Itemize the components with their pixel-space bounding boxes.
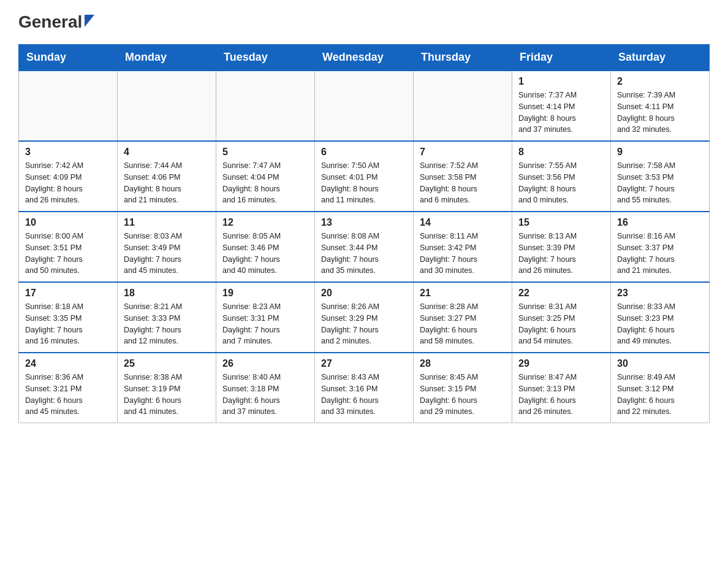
day-info: Sunrise: 8:31 AMSunset: 3:25 PMDaylight:… <box>518 302 577 345</box>
day-info: Sunrise: 8:49 AMSunset: 3:12 PMDaylight:… <box>617 373 675 416</box>
day-number: 2 <box>617 76 703 87</box>
calendar-cell: 30Sunrise: 8:49 AMSunset: 3:12 PMDayligh… <box>611 353 710 423</box>
day-number: 21 <box>420 288 506 299</box>
logo-triangle-icon <box>85 15 94 27</box>
calendar-table: SundayMondayTuesdayWednesdayThursdayFrid… <box>18 44 710 423</box>
day-number: 6 <box>321 147 407 158</box>
calendar-cell: 19Sunrise: 8:23 AMSunset: 3:31 PMDayligh… <box>216 282 315 353</box>
day-header-wednesday: Wednesday <box>315 45 414 71</box>
day-info: Sunrise: 8:23 AMSunset: 3:31 PMDaylight:… <box>222 302 281 345</box>
day-header-sunday: Sunday <box>19 45 118 71</box>
calendar-cell: 3Sunrise: 7:42 AMSunset: 4:09 PMDaylight… <box>19 141 118 212</box>
calendar-cell: 15Sunrise: 8:13 AMSunset: 3:39 PMDayligh… <box>512 212 611 282</box>
day-number: 20 <box>321 288 407 299</box>
day-header-monday: Monday <box>118 45 216 71</box>
day-info: Sunrise: 8:03 AMSunset: 3:49 PMDaylight:… <box>124 232 182 275</box>
day-number: 27 <box>321 358 407 369</box>
calendar-cell: 7Sunrise: 7:52 AMSunset: 3:58 PMDaylight… <box>414 141 512 212</box>
calendar-cell: 4Sunrise: 7:44 AMSunset: 4:06 PMDaylight… <box>118 141 216 212</box>
day-number: 3 <box>25 147 111 158</box>
calendar-cell: 14Sunrise: 8:11 AMSunset: 3:42 PMDayligh… <box>414 212 512 282</box>
day-info: Sunrise: 8:13 AMSunset: 3:39 PMDaylight:… <box>518 232 577 275</box>
day-info: Sunrise: 7:44 AMSunset: 4:06 PMDaylight:… <box>124 161 182 204</box>
calendar-cell: 10Sunrise: 8:00 AMSunset: 3:51 PMDayligh… <box>19 212 118 282</box>
calendar-week-4: 17Sunrise: 8:18 AMSunset: 3:35 PMDayligh… <box>19 282 710 353</box>
calendar-cell: 6Sunrise: 7:50 AMSunset: 4:01 PMDaylight… <box>315 141 414 212</box>
day-info: Sunrise: 8:45 AMSunset: 3:15 PMDaylight:… <box>420 373 478 416</box>
day-number: 7 <box>420 147 506 158</box>
calendar-cell <box>315 71 414 141</box>
day-header-thursday: Thursday <box>414 45 512 71</box>
day-info: Sunrise: 8:43 AMSunset: 3:16 PMDaylight:… <box>321 373 379 416</box>
day-info: Sunrise: 8:21 AMSunset: 3:33 PMDaylight:… <box>124 302 182 345</box>
calendar-week-3: 10Sunrise: 8:00 AMSunset: 3:51 PMDayligh… <box>19 212 710 282</box>
calendar-week-5: 24Sunrise: 8:36 AMSunset: 3:21 PMDayligh… <box>19 353 710 423</box>
day-number: 28 <box>420 358 506 369</box>
day-number: 11 <box>124 217 210 228</box>
calendar-cell: 28Sunrise: 8:45 AMSunset: 3:15 PMDayligh… <box>414 353 512 423</box>
calendar-cell: 5Sunrise: 7:47 AMSunset: 4:04 PMDaylight… <box>216 141 315 212</box>
calendar-cell <box>19 71 118 141</box>
calendar-cell: 23Sunrise: 8:33 AMSunset: 3:23 PMDayligh… <box>611 282 710 353</box>
day-number: 17 <box>25 288 111 299</box>
day-info: Sunrise: 8:00 AMSunset: 3:51 PMDaylight:… <box>25 232 83 275</box>
calendar-cell: 11Sunrise: 8:03 AMSunset: 3:49 PMDayligh… <box>118 212 216 282</box>
day-info: Sunrise: 7:55 AMSunset: 3:56 PMDaylight:… <box>518 161 577 204</box>
day-number: 12 <box>222 217 308 228</box>
day-number: 29 <box>518 358 604 369</box>
calendar-cell: 2Sunrise: 7:39 AMSunset: 4:11 PMDaylight… <box>611 71 710 141</box>
day-number: 26 <box>222 358 308 369</box>
day-number: 8 <box>518 147 604 158</box>
day-number: 16 <box>617 217 703 228</box>
calendar-week-2: 3Sunrise: 7:42 AMSunset: 4:09 PMDaylight… <box>19 141 710 212</box>
day-info: Sunrise: 8:28 AMSunset: 3:27 PMDaylight:… <box>420 302 478 345</box>
day-info: Sunrise: 8:18 AMSunset: 3:35 PMDaylight:… <box>25 302 83 345</box>
calendar-cell <box>216 71 315 141</box>
day-info: Sunrise: 7:42 AMSunset: 4:09 PMDaylight:… <box>25 161 83 204</box>
day-info: Sunrise: 8:33 AMSunset: 3:23 PMDaylight:… <box>617 302 675 345</box>
day-number: 22 <box>518 288 604 299</box>
day-number: 30 <box>617 358 703 369</box>
calendar-week-1: 1Sunrise: 7:37 AMSunset: 4:14 PMDaylight… <box>19 71 710 141</box>
calendar-cell: 22Sunrise: 8:31 AMSunset: 3:25 PMDayligh… <box>512 282 611 353</box>
calendar-cell: 27Sunrise: 8:43 AMSunset: 3:16 PMDayligh… <box>315 353 414 423</box>
calendar-cell: 20Sunrise: 8:26 AMSunset: 3:29 PMDayligh… <box>315 282 414 353</box>
day-number: 15 <box>518 217 604 228</box>
day-number: 23 <box>617 288 703 299</box>
day-info: Sunrise: 7:47 AMSunset: 4:04 PMDaylight:… <box>222 161 281 204</box>
day-number: 4 <box>124 147 210 158</box>
calendar-cell: 29Sunrise: 8:47 AMSunset: 3:13 PMDayligh… <box>512 353 611 423</box>
day-number: 18 <box>124 288 210 299</box>
day-info: Sunrise: 8:38 AMSunset: 3:19 PMDaylight:… <box>124 373 182 416</box>
day-header-friday: Friday <box>512 45 611 71</box>
day-number: 24 <box>25 358 111 369</box>
day-number: 19 <box>222 288 308 299</box>
logo: General <box>18 12 94 32</box>
day-header-saturday: Saturday <box>611 45 710 71</box>
day-info: Sunrise: 8:11 AMSunset: 3:42 PMDaylight:… <box>420 232 478 275</box>
calendar-cell: 16Sunrise: 8:16 AMSunset: 3:37 PMDayligh… <box>611 212 710 282</box>
logo-general-text: General <box>18 12 82 32</box>
calendar-cell: 17Sunrise: 8:18 AMSunset: 3:35 PMDayligh… <box>19 282 118 353</box>
calendar-cell: 12Sunrise: 8:05 AMSunset: 3:46 PMDayligh… <box>216 212 315 282</box>
day-info: Sunrise: 8:26 AMSunset: 3:29 PMDaylight:… <box>321 302 379 345</box>
calendar-cell: 9Sunrise: 7:58 AMSunset: 3:53 PMDaylight… <box>611 141 710 212</box>
calendar-cell: 18Sunrise: 8:21 AMSunset: 3:33 PMDayligh… <box>118 282 216 353</box>
day-info: Sunrise: 7:52 AMSunset: 3:58 PMDaylight:… <box>420 161 478 204</box>
day-info: Sunrise: 8:40 AMSunset: 3:18 PMDaylight:… <box>222 373 281 416</box>
calendar-cell: 1Sunrise: 7:37 AMSunset: 4:14 PMDaylight… <box>512 71 611 141</box>
calendar-cell: 21Sunrise: 8:28 AMSunset: 3:27 PMDayligh… <box>414 282 512 353</box>
day-number: 5 <box>222 147 308 158</box>
day-info: Sunrise: 7:50 AMSunset: 4:01 PMDaylight:… <box>321 161 379 204</box>
day-info: Sunrise: 8:36 AMSunset: 3:21 PMDaylight:… <box>25 373 83 416</box>
calendar-cell: 25Sunrise: 8:38 AMSunset: 3:19 PMDayligh… <box>118 353 216 423</box>
day-info: Sunrise: 8:47 AMSunset: 3:13 PMDaylight:… <box>518 373 577 416</box>
day-number: 25 <box>124 358 210 369</box>
calendar-cell: 24Sunrise: 8:36 AMSunset: 3:21 PMDayligh… <box>19 353 118 423</box>
day-number: 1 <box>518 76 604 87</box>
calendar-cell: 26Sunrise: 8:40 AMSunset: 3:18 PMDayligh… <box>216 353 315 423</box>
day-info: Sunrise: 7:37 AMSunset: 4:14 PMDaylight:… <box>518 91 577 134</box>
day-number: 14 <box>420 217 506 228</box>
day-number: 13 <box>321 217 407 228</box>
day-number: 9 <box>617 147 703 158</box>
